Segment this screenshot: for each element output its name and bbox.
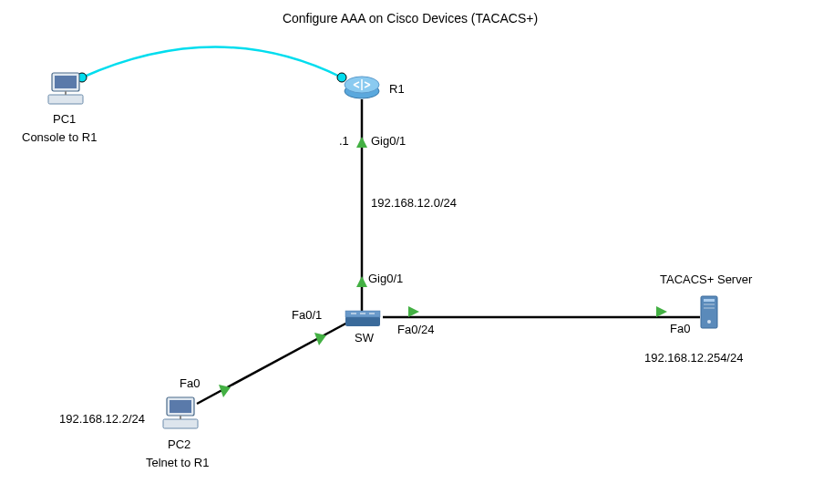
diagram-title: Configure AAA on Cisco Devices (TACACS+) bbox=[255, 11, 565, 26]
device-tacacs bbox=[698, 294, 722, 334]
svg-marker-6 bbox=[356, 276, 367, 287]
tacacs-ip-label: 192.168.12.254/24 bbox=[644, 351, 743, 365]
pc2-label: PC2 bbox=[168, 437, 190, 451]
sw-fa01-label: Fa0/1 bbox=[292, 308, 322, 322]
svg-rect-12 bbox=[55, 76, 77, 88]
svg-rect-13 bbox=[48, 95, 83, 104]
tacacs-label: TACACS+ Server bbox=[660, 273, 752, 286]
svg-line-3 bbox=[197, 322, 349, 404]
network-label: 192.168.12.0/24 bbox=[371, 196, 457, 210]
svg-point-33 bbox=[707, 320, 711, 324]
sw-label: SW bbox=[355, 331, 374, 345]
device-sw bbox=[344, 309, 382, 332]
pc1-label: PC1 bbox=[53, 112, 76, 126]
device-r1 bbox=[343, 75, 381, 103]
pc2-fa0-label: Fa0 bbox=[180, 376, 200, 390]
topology-lines bbox=[0, 0, 813, 504]
svg-rect-26 bbox=[170, 400, 191, 413]
svg-rect-18 bbox=[345, 316, 380, 326]
r1-gig01-label: Gig0/1 bbox=[371, 134, 406, 148]
tacacs-fa0-label: Fa0 bbox=[670, 322, 690, 335]
svg-marker-7 bbox=[314, 333, 326, 345]
svg-rect-31 bbox=[704, 303, 715, 305]
svg-marker-8 bbox=[219, 385, 231, 397]
device-pc1 bbox=[46, 69, 85, 110]
svg-marker-9 bbox=[408, 306, 419, 317]
pc2-ip-label: 192.168.12.2/24 bbox=[59, 412, 145, 426]
device-pc2 bbox=[161, 394, 200, 435]
svg-marker-10 bbox=[656, 306, 667, 317]
sw-gig01-label: Gig0/1 bbox=[368, 272, 403, 285]
svg-rect-27 bbox=[163, 419, 198, 428]
svg-marker-5 bbox=[356, 137, 367, 148]
svg-rect-32 bbox=[704, 307, 715, 309]
r1-label: R1 bbox=[389, 82, 405, 96]
pc2-subtitle: Telnet to R1 bbox=[146, 456, 209, 469]
sw-fa024-label: Fa0/24 bbox=[397, 323, 434, 336]
svg-rect-30 bbox=[704, 299, 715, 302]
r1-ip-label: .1 bbox=[339, 134, 349, 148]
pc1-subtitle: Console to R1 bbox=[22, 130, 97, 144]
